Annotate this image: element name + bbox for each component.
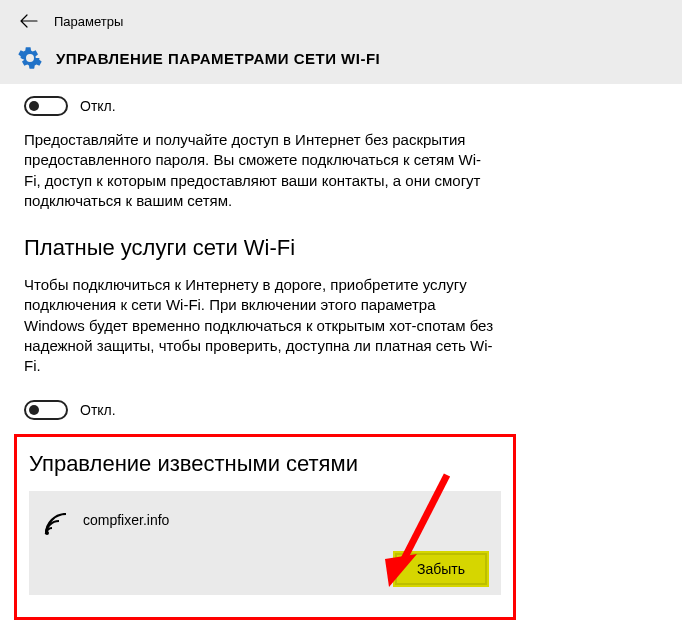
network-name: compfixer.info [83,512,169,528]
gear-icon [18,46,42,70]
share-toggle[interactable] [24,96,68,116]
network-card[interactable]: compfixer.info Забыть [29,491,501,595]
svg-point-0 [45,531,49,535]
settings-header: Параметры УПРАВЛЕНИЕ ПАРАМЕТРАМИ СЕТИ WI… [0,0,682,84]
share-description: Предоставляйте и получайте доступ в Инте… [24,130,496,211]
paid-toggle-label: Откл. [80,402,116,418]
known-networks-highlight: Управление известными сетями compfixer.i… [14,434,516,620]
paid-toggle[interactable] [24,400,68,420]
page-title: УПРАВЛЕНИЕ ПАРАМЕТРАМИ СЕТИ WI-FI [56,50,380,67]
app-title: Параметры [54,14,123,29]
wifi-icon [43,509,69,535]
paid-heading: Платные услуги сети Wi-Fi [24,235,496,261]
share-toggle-label: Откл. [80,98,116,114]
back-button[interactable] [18,10,40,32]
known-heading: Управление известными сетями [29,451,501,477]
paid-description: Чтобы подключиться к Интернету в дороге,… [24,275,496,376]
forget-button[interactable]: Забыть [395,553,487,585]
